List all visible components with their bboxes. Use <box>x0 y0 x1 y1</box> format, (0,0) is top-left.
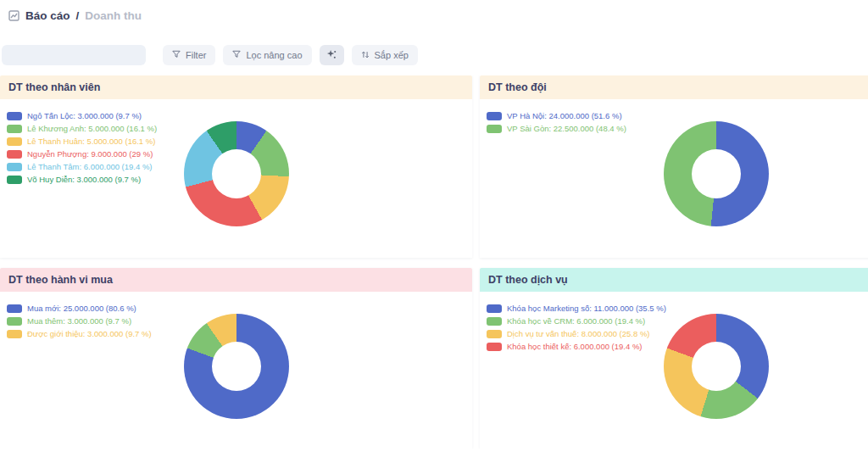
search-input[interactable] <box>2 45 146 65</box>
chart-panel-body: Ngô Tấn Lộc: 3.000.000 (9.7 %) Lê Khương… <box>0 99 472 258</box>
filter-button-label: Filter <box>186 50 206 60</box>
legend-swatch <box>487 304 502 313</box>
chart-legend: Ngô Tấn Lộc: 3.000.000 (9.7 %) Lê Khương… <box>7 109 157 186</box>
chart-panel: DT theo nhân viên Ngô Tấn Lộc: 3.000.000… <box>0 75 472 258</box>
legend-item[interactable]: Dịch vụ tư vấn thuế: 8.000.000 (25.8 %) <box>487 327 666 340</box>
legend-label: Dịch vụ tư vấn thuế: 8.000.000 (25.8 %) <box>507 329 650 338</box>
chart-panel-body: Khóa học Marketing số: 11.000.000 (35.5 … <box>480 292 868 449</box>
legend-label: Lê Thanh Tâm: 6.000.000 (19.4 %) <box>27 162 153 171</box>
legend-item[interactable]: Được giới thiệu: 3.000.000 (9.7 %) <box>7 327 152 340</box>
legend-item[interactable]: Mua mới: 25.000.000 (80.6 %) <box>7 302 152 315</box>
donut-hole <box>692 149 741 198</box>
donut-chart[interactable] <box>664 314 769 419</box>
sort-button-label: Sắp xếp <box>375 50 409 60</box>
donut-chart[interactable] <box>664 121 769 226</box>
legend-item[interactable]: Lê Thanh Tâm: 6.000.000 (19.4 %) <box>7 160 157 173</box>
chart-panel-body: Mua mới: 25.000.000 (80.6 %) Mua thêm: 3… <box>0 292 472 449</box>
legend-item[interactable]: Khóa học Marketing số: 11.000.000 (35.5 … <box>487 302 666 315</box>
chart-title: DT theo đội <box>488 81 547 93</box>
advanced-filter-button-label: Lọc nâng cao <box>246 50 302 60</box>
sparkles-icon <box>326 49 337 62</box>
charts-area: DT theo nhân viên Ngô Tấn Lộc: 3.000.000… <box>0 75 868 449</box>
legend-label: Khóa học Marketing số: 11.000.000 (35.5 … <box>507 304 666 313</box>
chart-panel-header: DT theo nhân viên <box>0 75 472 99</box>
sort-button[interactable]: Sắp xếp <box>352 45 418 65</box>
legend-swatch <box>487 330 502 338</box>
chart-panel: DT theo đội VP Hà Nội: 24.000.000 (51.6 … <box>480 75 868 258</box>
legend-item[interactable]: Võ Huy Diễn: 3.000.000 (9.7 %) <box>7 173 157 186</box>
ai-suggest-button[interactable] <box>320 45 344 65</box>
arrows-up-down-icon <box>361 50 370 61</box>
legend-swatch <box>7 330 22 338</box>
legend-swatch <box>7 176 22 184</box>
legend-item[interactable]: Nguyễn Phượng: 9.000.000 (29 %) <box>7 148 157 160</box>
chart-legend: Mua mới: 25.000.000 (80.6 %) Mua thêm: 3… <box>7 302 152 340</box>
legend-swatch <box>7 317 22 326</box>
legend-item[interactable]: VP Hà Nội: 24.000.000 (51.6 %) <box>487 109 626 122</box>
charts-grid: DT theo nhân viên Ngô Tấn Lộc: 3.000.000… <box>0 75 868 449</box>
legend-item[interactable]: Lê Khương Anh: 5.000.000 (16.1 %) <box>7 122 157 135</box>
legend-swatch <box>7 137 22 146</box>
legend-item[interactable]: Lê Thanh Huân: 5.000.000 (16.1 %) <box>7 135 157 148</box>
advanced-filter-button[interactable]: Lọc nâng cao <box>223 45 311 65</box>
legend-item[interactable]: VP Sài Gòn: 22.500.000 (48.4 %) <box>487 122 626 135</box>
donut-chart[interactable] <box>184 314 289 419</box>
legend-swatch <box>487 343 502 351</box>
chart-panel-header: DT theo dịch vụ <box>480 268 868 292</box>
legend-label: Mua thêm: 3.000.000 (9.7 %) <box>27 316 131 326</box>
breadcrumb: Báo cáo / Doanh thu <box>0 0 868 29</box>
breadcrumb-section[interactable]: Báo cáo <box>25 9 70 22</box>
legend-label: Khóa học về CRM: 6.000.000 (19.4 %) <box>507 316 645 326</box>
legend-swatch <box>7 163 22 171</box>
filter-button[interactable]: Filter <box>163 45 215 65</box>
legend-swatch <box>487 112 502 120</box>
legend-label: VP Sài Gòn: 22.500.000 (48.4 %) <box>507 124 626 133</box>
legend-label: Khóa học thiết kế: 6.000.000 (19.4 %) <box>507 342 643 351</box>
legend-item[interactable]: Khóa học thiết kế: 6.000.000 (19.4 %) <box>487 340 666 353</box>
legend-label: VP Hà Nội: 24.000.000 (51.6 %) <box>507 111 622 120</box>
donut-hole <box>212 342 261 391</box>
chart-panel-body: VP Hà Nội: 24.000.000 (51.6 %) VP Sài Gò… <box>480 99 868 258</box>
legend-label: Lê Thanh Huân: 5.000.000 (16.1 %) <box>27 137 155 146</box>
legend-item[interactable]: Mua thêm: 3.000.000 (9.7 %) <box>7 315 152 327</box>
toolbar: Filter Lọc nâng cao Sắp xếp <box>0 44 868 66</box>
breadcrumb-page: Doanh thu <box>85 9 142 22</box>
donut-hole <box>692 342 741 391</box>
funnel-icon <box>172 50 181 60</box>
chart-title: DT theo dịch vụ <box>488 274 568 286</box>
legend-swatch <box>7 112 22 120</box>
breadcrumb-separator: / <box>76 9 80 22</box>
legend-label: Mua mới: 25.000.000 (80.6 %) <box>27 304 136 313</box>
legend-swatch <box>487 317 502 326</box>
legend-swatch <box>7 150 22 159</box>
funnel-icon <box>232 50 241 60</box>
legend-label: Võ Huy Diễn: 3.000.000 (9.7 %) <box>27 175 141 184</box>
donut-chart[interactable] <box>184 121 289 226</box>
chart-panel: DT theo hành vi mua Mua mới: 25.000.000 … <box>0 268 472 449</box>
legend-label: Nguyễn Phượng: 9.000.000 (29 %) <box>27 149 153 159</box>
legend-label: Lê Khương Anh: 5.000.000 (16.1 %) <box>27 124 157 133</box>
legend-item[interactable]: Khóa học về CRM: 6.000.000 (19.4 %) <box>487 315 666 327</box>
legend-swatch <box>7 125 22 133</box>
line-chart-icon <box>8 10 19 21</box>
legend-label: Được giới thiệu: 3.000.000 (9.7 %) <box>27 329 152 338</box>
legend-item[interactable]: Ngô Tấn Lộc: 3.000.000 (9.7 %) <box>7 109 157 122</box>
legend-swatch <box>487 125 502 133</box>
legend-label: Ngô Tấn Lộc: 3.000.000 (9.7 %) <box>27 111 142 120</box>
chart-panel-header: DT theo đội <box>480 75 868 99</box>
chart-panel-header: DT theo hành vi mua <box>0 268 472 292</box>
legend-swatch <box>7 304 22 313</box>
chart-title: DT theo nhân viên <box>8 81 100 93</box>
donut-hole <box>212 149 261 198</box>
chart-legend: VP Hà Nội: 24.000.000 (51.6 %) VP Sài Gò… <box>487 109 626 135</box>
chart-title: DT theo hành vi mua <box>8 274 113 286</box>
chart-legend: Khóa học Marketing số: 11.000.000 (35.5 … <box>487 302 666 353</box>
chart-panel: DT theo dịch vụ Khóa học Marketing số: 1… <box>480 268 868 449</box>
